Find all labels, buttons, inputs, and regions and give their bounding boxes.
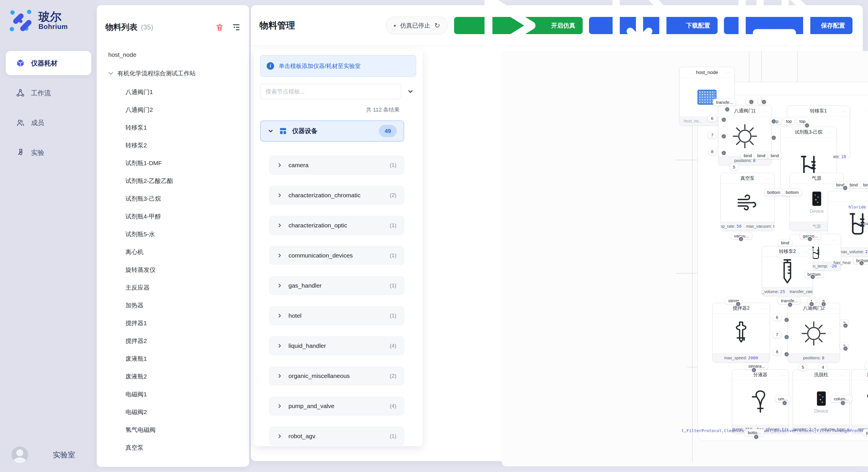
tree-item[interactable]: 试剂瓶1-DMF bbox=[97, 154, 249, 172]
template-item-liquid_handler[interactable]: liquid_handler(4) bbox=[269, 336, 404, 355]
port-handle[interactable]: › bbox=[722, 134, 726, 138]
port-chip[interactable]: 6 bbox=[773, 314, 781, 321]
sidebar-item-cube[interactable]: 仪器耗材 bbox=[6, 51, 91, 75]
port-chip[interactable]: transfe... bbox=[713, 99, 736, 106]
port-chip[interactable]: sample... bbox=[865, 363, 868, 370]
template-item-hotel[interactable]: hotel(1) bbox=[269, 306, 404, 325]
port-chip[interactable]: bind bbox=[860, 181, 868, 189]
flow-canvas[interactable]: 有机化学流程综合测试工作站host_node···host_no...八通阀门1… bbox=[502, 51, 868, 466]
port-handle[interactable]: › bbox=[772, 119, 776, 124]
node-menu-icon[interactable]: ··· bbox=[840, 370, 846, 380]
port-handle[interactable]: ‹ bbox=[782, 401, 787, 405]
template-item-communication_devices[interactable]: communication_devices(1) bbox=[269, 246, 404, 265]
node-menu-icon[interactable]: ··· bbox=[780, 370, 786, 380]
category-row-instruments[interactable]: 仪器设备 49 bbox=[260, 121, 404, 142]
port-handle[interactable]: › bbox=[843, 324, 848, 328]
port-handle[interactable]: ‹ bbox=[752, 368, 756, 372]
port-handle[interactable]: ‹ bbox=[788, 303, 792, 307]
template-item-robot_agv[interactable]: robot_agv(1) bbox=[269, 427, 404, 446]
tree-item[interactable]: 离心机 bbox=[97, 243, 249, 261]
port-chip[interactable]: bind bbox=[768, 152, 782, 159]
port-chip[interactable]: separa... bbox=[745, 363, 768, 370]
port-handle[interactable]: › bbox=[843, 346, 848, 351]
port-handle[interactable]: › bbox=[784, 335, 789, 339]
port-chip[interactable]: 4 bbox=[818, 364, 827, 371]
port-handle[interactable]: › bbox=[762, 100, 766, 104]
port-handle[interactable]: › bbox=[784, 352, 789, 357]
port-chip[interactable]: 7 bbox=[708, 131, 716, 138]
save-config-button[interactable]: 保存配置 bbox=[724, 17, 852, 34]
start-simulation-button[interactable]: 开启仿真 bbox=[454, 17, 583, 34]
port-chip[interactable]: 8 bbox=[773, 348, 781, 355]
port-handle[interactable]: › bbox=[722, 117, 726, 122]
canvas-node[interactable]: 搅拌器2···max_speed: 2000 bbox=[712, 303, 770, 363]
tree-group-workstation[interactable]: 有机化学流程综合测试工作站 bbox=[97, 64, 249, 83]
tree-item[interactable]: 试剂瓶3-己烷 bbox=[97, 190, 249, 208]
port-chip[interactable]: bind bbox=[754, 152, 768, 159]
port-handle[interactable]: › bbox=[809, 302, 814, 306]
port-chip[interactable]: 7 bbox=[773, 331, 781, 338]
port-handle[interactable]: › bbox=[808, 237, 812, 241]
tree-item[interactable]: 真空泵 bbox=[97, 439, 249, 457]
node-menu-icon[interactable]: ··· bbox=[832, 234, 838, 245]
port-chip[interactable]: botto... bbox=[745, 429, 764, 436]
port-handle[interactable]: ‹ bbox=[843, 186, 847, 190]
tree-item[interactable]: 搅拌器2 bbox=[97, 332, 249, 350]
tree-item[interactable]: 氢气电磁阀 bbox=[97, 421, 249, 439]
node-menu-icon[interactable]: ··· bbox=[765, 173, 771, 183]
sidebar-item-lab[interactable]: 实验室 bbox=[40, 450, 75, 460]
port-handle[interactable]: › bbox=[784, 318, 789, 322]
port-handle[interactable]: › bbox=[739, 237, 743, 241]
tree-item[interactable]: 八通阀门1 bbox=[97, 83, 249, 101]
tree-item[interactable]: 八通阀门2 bbox=[97, 101, 249, 119]
port-handle[interactable]: › bbox=[822, 302, 826, 306]
template-item-gas_handler[interactable]: gas_handler(1) bbox=[269, 276, 404, 295]
search-input[interactable] bbox=[260, 84, 401, 99]
port-handle[interactable]: › bbox=[749, 100, 753, 104]
port-chip[interactable]: top bbox=[783, 117, 795, 125]
port-handle[interactable]: ‹ bbox=[725, 107, 730, 111]
tree-item[interactable]: 废液瓶2 bbox=[97, 368, 249, 385]
sidebar-item-flask[interactable]: 实验 bbox=[6, 142, 91, 163]
node-menu-icon[interactable]: ··· bbox=[804, 246, 810, 257]
canvas-node[interactable]: 旋转蒸发仪···temp: 180max_rota bbox=[851, 369, 868, 434]
port-handle[interactable]: › bbox=[811, 275, 815, 279]
tree-item[interactable]: 搅拌器1 bbox=[97, 314, 249, 332]
trash-icon[interactable] bbox=[215, 23, 224, 32]
tree-item[interactable]: 转移泵1 bbox=[97, 119, 249, 136]
port-handle[interactable]: › bbox=[722, 151, 726, 155]
canvas-node[interactable]: 真空泵···pump_rate: 50max_vacuum: 0.1 bbox=[720, 173, 774, 231]
port-handle[interactable]: › bbox=[859, 261, 864, 265]
download-config-button[interactable]: 下载配置 bbox=[589, 17, 718, 34]
tree-item[interactable]: 加热器 bbox=[97, 297, 249, 314]
port-chip[interactable]: bind bbox=[778, 239, 792, 246]
port-chip[interactable]: bottom bbox=[782, 189, 802, 196]
port-handle[interactable]: › bbox=[772, 136, 776, 140]
refresh-icon[interactable]: ↻ bbox=[434, 22, 440, 30]
tree-item[interactable]: 试剂瓶4-甲醇 bbox=[97, 208, 249, 225]
template-item-characterization_optic[interactable]: characterization_optic(1) bbox=[269, 216, 404, 235]
port-handle[interactable]: › bbox=[754, 435, 758, 439]
port-handle[interactable]: ‹ bbox=[805, 123, 809, 128]
node-menu-icon[interactable]: ··· bbox=[763, 106, 768, 116]
tree-item[interactable]: 试剂瓶2-乙酸乙酯 bbox=[97, 172, 249, 190]
tree-item[interactable]: 电磁阀1 bbox=[97, 385, 249, 403]
canvas-node[interactable]: 八通阀门2···positions: 8 bbox=[787, 303, 840, 363]
node-menu-icon[interactable]: ··· bbox=[761, 303, 767, 313]
port-chip[interactable]: 6 bbox=[708, 115, 716, 122]
port-chip[interactable]: 5 bbox=[799, 364, 807, 371]
port-chip[interactable]: 5 bbox=[730, 164, 738, 171]
sidebar-item-workflow[interactable]: 工作流 bbox=[6, 82, 91, 103]
tree-item[interactable]: 主反应器 bbox=[97, 279, 249, 297]
port-chip[interactable]: bind bbox=[846, 181, 861, 189]
node-menu-icon[interactable]: ··· bbox=[828, 127, 834, 137]
node-menu-icon[interactable]: ··· bbox=[831, 303, 837, 313]
port-handle[interactable]: › bbox=[736, 302, 740, 306]
tree-item[interactable]: 试剂瓶5-水 bbox=[97, 225, 249, 243]
chevron-down-icon[interactable] bbox=[107, 70, 115, 77]
sidebar-item-users[interactable]: 成员 bbox=[6, 112, 91, 133]
tree-item[interactable]: 旋转蒸发仪 bbox=[97, 261, 249, 279]
tree-item[interactable]: 转移泵2 bbox=[97, 136, 249, 154]
port-handle[interactable]: ‹ bbox=[841, 401, 845, 405]
collapse-panel-icon[interactable] bbox=[232, 23, 241, 32]
